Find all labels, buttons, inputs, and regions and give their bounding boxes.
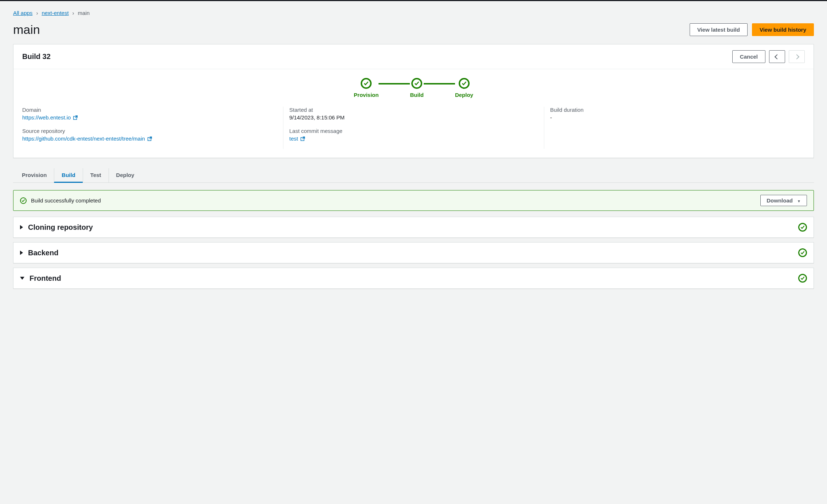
chevron-right-icon	[794, 54, 799, 59]
view-build-history-button[interactable]: View build history	[752, 23, 814, 36]
pipeline-connector	[424, 83, 455, 84]
section-frontend-header[interactable]: Frontend	[13, 268, 814, 288]
next-build-button[interactable]	[789, 50, 805, 63]
domain-link[interactable]: https://web.entest.io	[22, 114, 71, 121]
check-circle-icon	[798, 248, 807, 257]
domain-label: Domain	[22, 107, 277, 113]
build-title: Build 32	[22, 52, 51, 61]
caret-right-icon	[20, 251, 23, 255]
tab-test[interactable]: Test	[83, 168, 109, 182]
external-link-icon	[300, 136, 305, 141]
breadcrumb-all-apps[interactable]: All apps	[13, 10, 32, 16]
commit-link[interactable]: test	[289, 135, 298, 142]
breadcrumb-app[interactable]: next-entest	[42, 10, 68, 16]
duration-label: Build duration	[550, 107, 799, 113]
build-success-alert: Build successfully completed Download ▼	[13, 190, 814, 211]
prev-build-button[interactable]	[769, 50, 785, 63]
pipeline-connector	[379, 83, 410, 84]
section-title: Frontend	[30, 274, 61, 283]
caret-right-icon	[20, 225, 23, 229]
build-card: Build 32 Cancel Provision	[13, 44, 814, 158]
stage-label: Build	[410, 92, 424, 98]
commit-label: Last commit message	[289, 128, 538, 134]
stage-deploy: Deploy	[455, 78, 473, 98]
caret-down-icon	[20, 277, 24, 280]
tab-provision[interactable]: Provision	[15, 168, 54, 182]
external-link-icon	[73, 115, 78, 120]
breadcrumb-current: main	[78, 10, 90, 16]
repo-link[interactable]: https://github.com/cdk-entest/next-entes…	[22, 135, 145, 142]
chevron-right-icon: ›	[36, 10, 38, 16]
pipeline: Provision Build Deploy	[13, 78, 814, 98]
check-circle-icon	[20, 197, 27, 204]
download-label: Download	[767, 197, 793, 204]
repo-label: Source repository	[22, 128, 277, 134]
section-backend: Backend	[13, 242, 814, 263]
chevron-right-icon: ›	[72, 10, 74, 16]
chevron-left-icon	[775, 54, 780, 59]
check-circle-icon	[798, 223, 807, 232]
stage-label: Provision	[354, 92, 379, 98]
tabs: Provision Build Test Deploy	[13, 168, 814, 183]
cancel-button[interactable]: Cancel	[732, 50, 765, 63]
stage-build: Build	[410, 78, 424, 98]
section-cloning-header[interactable]: Cloning repository	[13, 217, 814, 237]
started-label: Started at	[289, 107, 538, 113]
check-circle-icon	[798, 274, 807, 283]
caret-down-icon: ▼	[797, 199, 801, 203]
check-circle-icon	[411, 78, 422, 89]
started-value: 9/14/2023, 8:15:06 PM	[289, 114, 538, 121]
duration-value: -	[550, 114, 799, 121]
check-circle-icon	[361, 78, 372, 89]
alert-message: Build successfully completed	[31, 197, 101, 204]
section-cloning: Cloning repository	[13, 217, 814, 238]
page-title: main	[13, 23, 40, 37]
section-backend-header[interactable]: Backend	[13, 243, 814, 263]
download-button[interactable]: Download ▼	[760, 195, 807, 206]
view-latest-build-button[interactable]: View latest build	[690, 23, 748, 36]
check-circle-icon	[459, 78, 470, 89]
tab-deploy[interactable]: Deploy	[109, 168, 142, 182]
section-frontend: Frontend	[13, 268, 814, 289]
breadcrumb: All apps › next-entest › main	[13, 10, 814, 16]
stage-label: Deploy	[455, 92, 473, 98]
tab-build[interactable]: Build	[54, 168, 83, 183]
section-title: Cloning repository	[28, 223, 93, 232]
section-title: Backend	[28, 249, 58, 257]
external-link-icon	[147, 136, 152, 141]
stage-provision: Provision	[354, 78, 379, 98]
